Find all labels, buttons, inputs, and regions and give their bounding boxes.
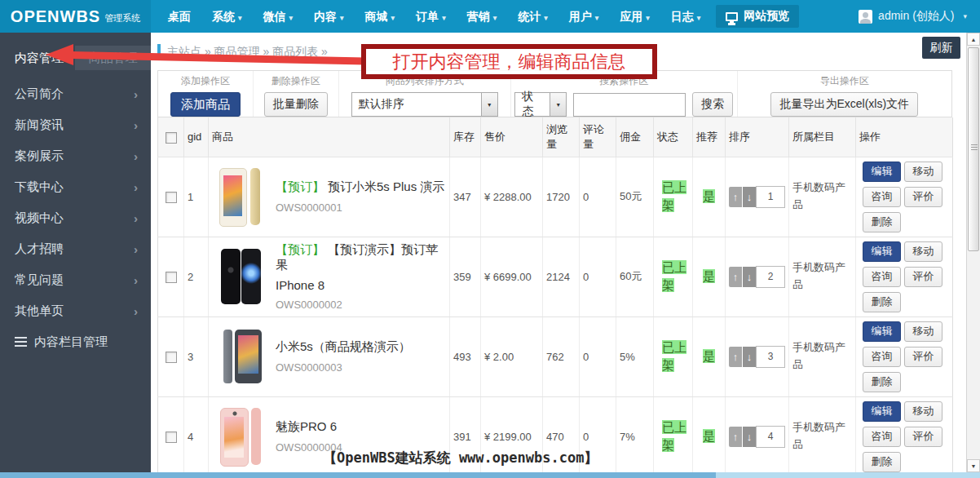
move-button[interactable]: 移动 bbox=[904, 162, 942, 182]
chevron-right-icon: › bbox=[134, 242, 138, 256]
add-product-button[interactable]: 添加商品 bbox=[170, 92, 241, 117]
sort-down-button[interactable]: ↓ bbox=[743, 267, 756, 287]
table-header-row: gid商品库存售价浏览量评论量佣金状态推荐排序所属栏目操作 bbox=[158, 117, 953, 157]
product-title: 小米5s（商品规格演示） bbox=[276, 339, 411, 355]
sort-down-button[interactable]: ↓ bbox=[743, 347, 756, 367]
search-button[interactable]: 搜索 bbox=[692, 92, 733, 117]
topbar-menu-item[interactable]: 系统▾ bbox=[201, 0, 253, 33]
sidebar-item-content-category-management[interactable]: 内容栏目管理 bbox=[0, 326, 151, 357]
sort-up-button[interactable]: ↑ bbox=[729, 267, 742, 287]
sort-select-value: 默认排序 bbox=[352, 97, 481, 112]
user-menu[interactable]: admin (创始人) ▾ bbox=[859, 9, 967, 24]
consult-button[interactable]: 咨询 bbox=[863, 347, 901, 367]
topbar-menu-item[interactable]: 微信▾ bbox=[253, 0, 304, 33]
scroll-up-icon[interactable]: ▲ bbox=[967, 33, 980, 46]
topbar-menu-item[interactable]: 营销▾ bbox=[457, 0, 508, 33]
review-button[interactable]: 评价 bbox=[904, 187, 942, 207]
product-code: OWS0000002 bbox=[276, 299, 446, 311]
edit-button[interactable]: 编辑 bbox=[863, 162, 901, 182]
status-select[interactable]: 状态 ▾ bbox=[514, 92, 567, 117]
vertical-scrollbar[interactable]: ▲ ▼ bbox=[966, 33, 980, 472]
cell-actions: 编辑移动咨询评价删除 bbox=[856, 316, 953, 396]
topbar-menu-item[interactable]: 内容▾ bbox=[303, 0, 355, 33]
move-button[interactable]: 移动 bbox=[904, 321, 942, 342]
edit-button[interactable]: 编辑 bbox=[863, 321, 901, 342]
main-content: 主站点 » 商品管理 » 商品列表 » 刷新 添加操作区 添加商品 删除操作区 … bbox=[151, 33, 966, 472]
topbar-menu-item[interactable]: 桌面 bbox=[157, 0, 201, 33]
sort-widget: ↑ ↓ bbox=[729, 266, 785, 288]
sort-up-button[interactable]: ↑ bbox=[729, 187, 742, 207]
sort-down-button[interactable]: ↓ bbox=[743, 187, 756, 207]
column-header: 状态 bbox=[654, 117, 693, 157]
row-checkbox[interactable] bbox=[166, 432, 177, 443]
sort-order-input[interactable] bbox=[756, 346, 785, 368]
row-checkbox[interactable] bbox=[166, 192, 177, 203]
toolbar-section-export: 导出操作区 批量导出为Excel(xls)文件 bbox=[738, 71, 951, 117]
sort-select[interactable]: 默认排序 ▾ bbox=[351, 92, 498, 117]
horizontal-scrollbar[interactable] bbox=[0, 472, 980, 478]
delete-button[interactable]: 删除 bbox=[863, 292, 901, 312]
row-checkbox[interactable] bbox=[166, 352, 177, 363]
column-header: 评论量 bbox=[580, 117, 616, 157]
site-preview-button[interactable]: 网站预览 bbox=[716, 5, 799, 28]
sidebar-item[interactable]: 视频中心› bbox=[0, 202, 151, 233]
topbar-menu-item[interactable]: 订单▾ bbox=[405, 0, 457, 33]
sort-up-button[interactable]: ↑ bbox=[729, 347, 742, 367]
cell-comments: 0 bbox=[580, 237, 616, 316]
annotation-box: 打开内容管理，编辑商品信息 bbox=[361, 44, 657, 79]
sort-order-input[interactable] bbox=[756, 186, 785, 208]
sidebar-item[interactable]: 常见问题› bbox=[0, 264, 151, 295]
sort-up-button[interactable]: ↑ bbox=[729, 427, 742, 447]
monitor-icon bbox=[726, 12, 738, 21]
chevron-down-icon: ▾ bbox=[544, 14, 548, 22]
sidebar-item[interactable]: 公司简介› bbox=[0, 78, 151, 109]
toolbar-section-delete: 删除操作区 批量删除 bbox=[254, 71, 339, 117]
consult-button[interactable]: 咨询 bbox=[863, 187, 901, 207]
table-row: 3 小米5s（商品规格演示） OWS0000003 493 ¥ 2.00 762… bbox=[158, 316, 953, 396]
delete-button[interactable]: 删除 bbox=[863, 452, 901, 472]
table-body: 1 【预订】预订小米5s Plus 演示 OWS0000001 347 ¥ 22… bbox=[158, 157, 953, 472]
edit-button[interactable]: 编辑 bbox=[863, 401, 901, 422]
review-button[interactable]: 评价 bbox=[904, 427, 942, 447]
row-checkbox[interactable] bbox=[166, 272, 177, 283]
vertical-scrollbar-thumb[interactable] bbox=[968, 47, 979, 251]
cell-views: 762 bbox=[543, 316, 580, 396]
cell-category: 手机数码产品 bbox=[789, 396, 856, 472]
review-button[interactable]: 评价 bbox=[904, 347, 942, 367]
sidebar-item[interactable]: 案例展示› bbox=[0, 140, 151, 171]
horizontal-scrollbar-thumb[interactable] bbox=[0, 472, 716, 478]
sort-order-input[interactable] bbox=[756, 426, 785, 448]
batch-delete-button[interactable]: 批量删除 bbox=[264, 92, 328, 117]
scroll-down-icon[interactable]: ▼ bbox=[967, 459, 980, 472]
consult-button[interactable]: 咨询 bbox=[863, 427, 901, 447]
sort-order-input[interactable] bbox=[756, 266, 785, 288]
refresh-button[interactable]: 刷新 bbox=[922, 37, 960, 59]
delete-button[interactable]: 删除 bbox=[863, 212, 901, 232]
chevron-right-icon: › bbox=[134, 149, 138, 163]
sidebar-item[interactable]: 其他单页› bbox=[0, 295, 151, 326]
sort-down-button[interactable]: ↓ bbox=[743, 427, 756, 447]
export-excel-button[interactable]: 批量导出为Excel(xls)文件 bbox=[770, 92, 918, 117]
topbar-menu-item[interactable]: 用户▾ bbox=[558, 0, 610, 33]
select-all-checkbox[interactable] bbox=[166, 132, 177, 144]
search-input[interactable] bbox=[573, 93, 686, 117]
sidebar-item[interactable]: 人才招聘› bbox=[0, 233, 151, 264]
move-button[interactable]: 移动 bbox=[904, 401, 942, 422]
cell-gid: 1 bbox=[184, 157, 209, 237]
move-button[interactable]: 移动 bbox=[904, 241, 942, 262]
chevron-down-icon: ▾ bbox=[550, 93, 566, 116]
delete-button[interactable]: 删除 bbox=[863, 372, 901, 392]
column-header: 所属栏目 bbox=[789, 117, 856, 157]
column-header: 库存 bbox=[450, 117, 481, 157]
topbar-menu-item[interactable]: 商城▾ bbox=[355, 0, 406, 33]
sidebar-item[interactable]: 新闻资讯› bbox=[0, 109, 151, 140]
topbar-menu-item[interactable]: 日志▾ bbox=[660, 0, 712, 33]
sidebar-item[interactable]: 下载中心› bbox=[0, 171, 151, 202]
review-button[interactable]: 评价 bbox=[904, 267, 942, 287]
topbar-menu-item[interactable]: 统计▾ bbox=[507, 0, 558, 33]
sort-widget: ↑ ↓ bbox=[729, 346, 785, 368]
consult-button[interactable]: 咨询 bbox=[863, 267, 901, 287]
column-header: 商品 bbox=[209, 117, 450, 157]
topbar-menu-item[interactable]: 应用▾ bbox=[609, 0, 660, 33]
edit-button[interactable]: 编辑 bbox=[863, 241, 901, 262]
